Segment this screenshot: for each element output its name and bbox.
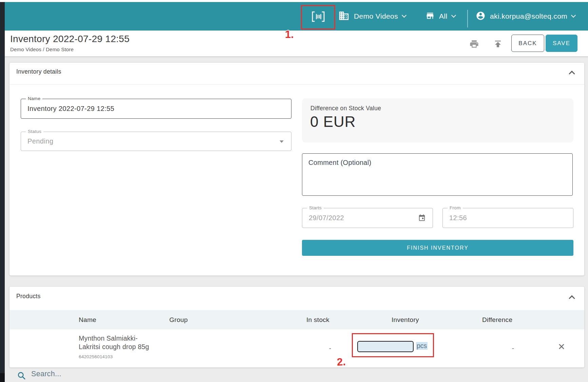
unit-label: pcs (416, 342, 428, 350)
top-edge-strip (0, 0, 588, 2)
finish-inventory-button[interactable]: FINISH INVENTORY (302, 240, 573, 256)
store-selector[interactable]: All (425, 2, 455, 31)
user-menu[interactable]: aki.korpua@solteq.com (476, 2, 575, 31)
status-value: Pending (21, 132, 291, 151)
calendar-icon[interactable] (418, 214, 426, 223)
column-header-difference: Difference (482, 310, 512, 329)
breadcrumb: Demo Videos / Demo Store (10, 46, 74, 52)
search-input[interactable] (31, 370, 269, 378)
starts-input[interactable] (302, 208, 400, 228)
page-header: Inventory 2022-07-29 12:55 Demo Videos /… (0, 31, 588, 56)
difference-value-cell: - (503, 329, 523, 367)
status-field-label: Status (26, 129, 43, 134)
upload-icon[interactable] (493, 39, 503, 50)
background-window-edge-footer (0, 373, 5, 382)
column-header-name: Name (79, 310, 96, 329)
annotation-box-1 (301, 5, 335, 30)
products-table-header: Name Group In stock Inventory Difference (10, 310, 584, 329)
product-name: Mynthon Salmiakki-Lakritsi cough drop 85… (79, 334, 149, 351)
annotation-step-1: 1. (285, 28, 294, 41)
remove-row-icon[interactable]: ✕ (558, 342, 565, 351)
column-header-in-stock: In stock (306, 310, 329, 329)
inventory-details-card: Inventory details Name Status Pending Di… (10, 63, 584, 275)
chevron-down-icon (402, 13, 406, 18)
search-bar[interactable] (5, 368, 588, 382)
print-icon[interactable] (469, 39, 479, 50)
company-selector-label: Demo Videos (354, 12, 398, 20)
status-field[interactable]: Status Pending (21, 132, 291, 151)
starts-field[interactable]: Starts (302, 208, 433, 228)
products-card: Products Name Group In stock Inventory D… (10, 287, 584, 367)
topbar-divider (467, 10, 468, 27)
chevron-down-icon (451, 13, 456, 18)
comment-textarea[interactable] (302, 154, 572, 195)
search-icon (17, 371, 26, 382)
company-selector[interactable]: Demo Videos (338, 2, 406, 31)
name-input[interactable] (21, 99, 264, 118)
column-header-inventory: Inventory (392, 310, 419, 329)
dropdown-arrow-icon (280, 140, 284, 143)
inventory-quantity-input[interactable] (358, 342, 414, 351)
difference-value: 0 EUR (310, 113, 356, 130)
collapse-chevron-icon[interactable] (569, 295, 575, 301)
app-topbar: Demo Videos All aki.korpua@solteq.com (0, 2, 588, 31)
comment-field[interactable] (302, 153, 573, 196)
annotation-box-2: pcs (352, 333, 434, 357)
barcode-scan-icon[interactable] (311, 11, 325, 23)
inventory-details-title: Inventory details (16, 68, 61, 75)
annotation-step-2: 2. (337, 356, 346, 368)
product-name-cell: Mynthon Salmiakki-Lakritsi cough drop 85… (79, 334, 149, 361)
name-field[interactable]: Name (21, 99, 291, 119)
chevron-down-icon (571, 13, 576, 18)
from-input[interactable] (443, 208, 560, 228)
from-field-label: From (448, 205, 463, 210)
background-window-edge (0, 2, 5, 382)
difference-label: Difference on Stock Value (310, 105, 381, 112)
account-avatar-icon (476, 11, 486, 22)
inventory-quantity-field[interactable] (357, 341, 414, 352)
product-ean: 6420256014103 (79, 352, 149, 361)
collapse-chevron-icon[interactable] (569, 71, 575, 77)
column-header-group: Group (169, 310, 188, 329)
store-selector-label: All (439, 12, 448, 20)
store-icon (425, 11, 435, 22)
products-title: Products (16, 293, 40, 300)
user-email: aki.korpua@solteq.com (490, 12, 567, 20)
starts-field-label: Starts (307, 205, 324, 210)
page-title: Inventory 2022-07-29 12:55 (10, 34, 130, 44)
difference-panel: Difference on Stock Value 0 EUR (302, 98, 573, 142)
save-button[interactable]: SAVE (546, 35, 577, 52)
back-button[interactable]: BACK (511, 35, 544, 52)
name-field-label: Name (26, 96, 42, 101)
building-icon (338, 10, 349, 23)
from-field[interactable]: From (442, 208, 573, 228)
table-row: Mynthon Salmiakki-Lakritsi cough drop 85… (10, 329, 584, 367)
divider (10, 84, 584, 84)
